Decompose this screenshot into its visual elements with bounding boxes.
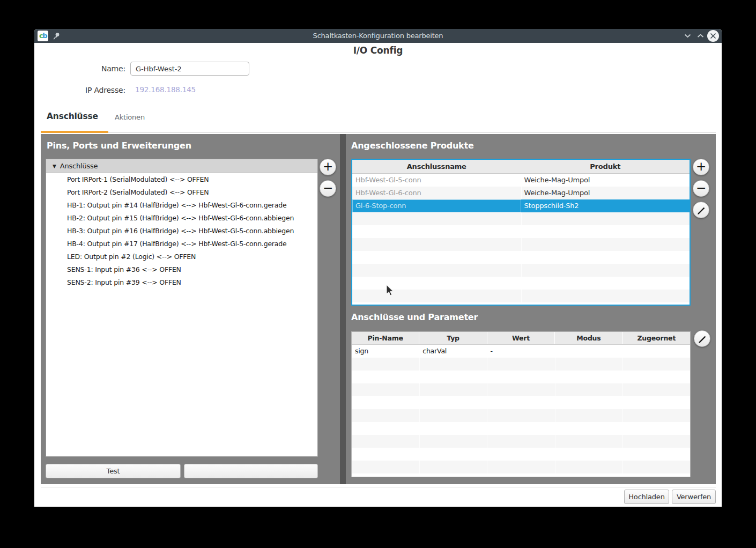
products-table-header: AnschlussnameProdukt — [352, 160, 690, 174]
column-divider — [419, 345, 420, 477]
product-row[interactable]: Gl-6-Stop-conn Stoppschild-Sh2 — [352, 199, 690, 212]
parameter-edit-button[interactable] — [694, 330, 710, 347]
ip-label: IP Adresse: — [66, 85, 125, 95]
tree-add-button[interactable]: + — [320, 159, 336, 175]
column-header[interactable]: Anschlussname — [352, 160, 521, 173]
test-button[interactable]: Test — [46, 464, 181, 478]
zugeornet-cell — [622, 345, 690, 358]
close-icon — [710, 33, 716, 39]
upload-button[interactable]: Hochladen — [624, 490, 669, 504]
produkt-cell: Weiche-Mag-Umpol — [521, 187, 690, 199]
column-divider — [622, 345, 623, 477]
pin-name-cell: sign — [352, 345, 419, 358]
column-header[interactable]: Pin-Name — [352, 332, 419, 344]
name-input[interactable] — [130, 62, 249, 76]
products-panel-title: Angeschlossene Produkte — [351, 140, 474, 151]
product-edit-button[interactable] — [693, 202, 709, 218]
product-add-button[interactable]: + — [693, 159, 709, 175]
parameters-table-header: Pin-NameTypWertModusZugeornet — [352, 332, 690, 345]
products-table: AnschlussnameProdukt Hbf-West-Gl-5-conn … — [351, 159, 691, 306]
minimize-icon[interactable] — [684, 34, 691, 38]
tree-item[interactable]: LED: Output pin #2 (Logic) <--> OFFEN — [46, 250, 317, 263]
tree-item[interactable]: Port IRPort-2 (SerialModulated) <--> OFF… — [46, 186, 317, 199]
app-window: cb Schaltkasten-Konfiguration bearbeiten… — [34, 29, 722, 507]
modus-cell — [555, 345, 622, 358]
panel-splitter[interactable] — [340, 134, 346, 484]
column-header[interactable]: Typ — [419, 332, 487, 344]
pencil-icon — [697, 206, 706, 215]
collapse-triangle-icon: ▼ — [53, 164, 56, 169]
close-button[interactable] — [707, 30, 719, 42]
column-divider — [555, 345, 555, 477]
product-row[interactable]: Hbf-West-Gl-6-conn Weiche-Mag-Umpol — [352, 187, 690, 199]
maximize-icon[interactable] — [697, 34, 704, 38]
main-area: Pins, Ports und Erweiterungen ▼Anschlüss… — [41, 134, 716, 484]
footer-divider — [41, 487, 716, 487]
mouse-cursor-icon — [386, 285, 395, 297]
column-header[interactable]: Zugeornet — [623, 332, 690, 344]
titlebar: cb Schaltkasten-Konfiguration bearbeiten — [34, 29, 722, 43]
blank-button[interactable] — [184, 464, 318, 478]
column-header[interactable]: Modus — [555, 332, 622, 344]
typ-cell: charVal — [419, 345, 487, 358]
column-header[interactable]: Wert — [487, 332, 555, 344]
column-header[interactable]: Produkt — [521, 160, 690, 173]
name-label: Name: — [66, 63, 125, 74]
tab-aktionen[interactable]: Aktionen — [115, 113, 145, 121]
tree-item[interactable]: HB-3: Output pin #16 (HalfBridge) <--> H… — [46, 225, 317, 238]
produkt-cell: Stoppschild-Sh2 — [521, 199, 690, 212]
tree-item[interactable]: SENS-2: Input pin #39 <--> OFFEN — [46, 276, 317, 289]
parameters-panel-title: Anschlüsse und Parameter — [351, 312, 478, 322]
product-remove-button[interactable]: − — [693, 180, 709, 197]
active-tab-underline — [41, 131, 108, 133]
parameters-table: Pin-NameTypWertModusZugeornet sign charV… — [351, 331, 691, 477]
desktop-background: cb Schaltkasten-Konfiguration bearbeiten… — [0, 0, 756, 548]
anschlussname-cell: Hbf-West-Gl-6-conn — [352, 187, 521, 199]
produkt-cell: Weiche-Mag-Umpol — [521, 174, 690, 187]
pencil-icon — [698, 335, 707, 344]
tree-remove-button[interactable]: − — [320, 180, 336, 197]
anschlussname-cell: Gl-6-Stop-conn — [352, 199, 521, 212]
ip-value: 192.168.188.145 — [135, 85, 196, 94]
window-title: Schaltkasten-Konfiguration bearbeiten — [34, 29, 722, 43]
tabbar-divider — [41, 132, 716, 133]
tree-item[interactable]: HB-1: Output pin #14 (HalfBridge) <--> H… — [46, 199, 317, 212]
tab-anschluesse[interactable]: Anschlüsse — [47, 112, 98, 121]
product-row[interactable]: Hbf-West-Gl-5-conn Weiche-Mag-Umpol — [352, 174, 690, 187]
pins-panel-title: Pins, Ports und Erweiterungen — [47, 140, 191, 151]
pins-tree: ▼Anschlüsse Port IRPort-1 (SerialModulat… — [46, 159, 318, 457]
tree-item[interactable]: HB-2: Output pin #15 (HalfBridge) <--> H… — [46, 212, 317, 225]
parameter-row[interactable]: sign charVal - — [352, 345, 690, 358]
products-table-body: Hbf-West-Gl-5-conn Weiche-Mag-Umpol Hbf-… — [352, 174, 690, 304]
parameters-table-body: sign charVal - — [352, 345, 690, 477]
tree-item[interactable]: Port IRPort-1 (SerialModulated) <--> OFF… — [46, 173, 317, 186]
tree-item-list: Port IRPort-1 (SerialModulated) <--> OFF… — [46, 173, 317, 289]
tree-item[interactable]: SENS-1: Input pin #36 <--> OFFEN — [46, 263, 317, 276]
tree-item[interactable]: HB-4: Output pin #17 (HalfBridge) <--> H… — [46, 238, 317, 250]
wert-cell: - — [487, 345, 554, 358]
tree-root-anschluesse[interactable]: ▼Anschlüsse — [46, 159, 317, 173]
page-title: I/O Config — [34, 45, 722, 56]
discard-button[interactable]: Verwerfen — [672, 490, 716, 504]
anschlussname-cell: Hbf-West-Gl-5-conn — [352, 174, 521, 187]
column-divider — [487, 345, 487, 477]
